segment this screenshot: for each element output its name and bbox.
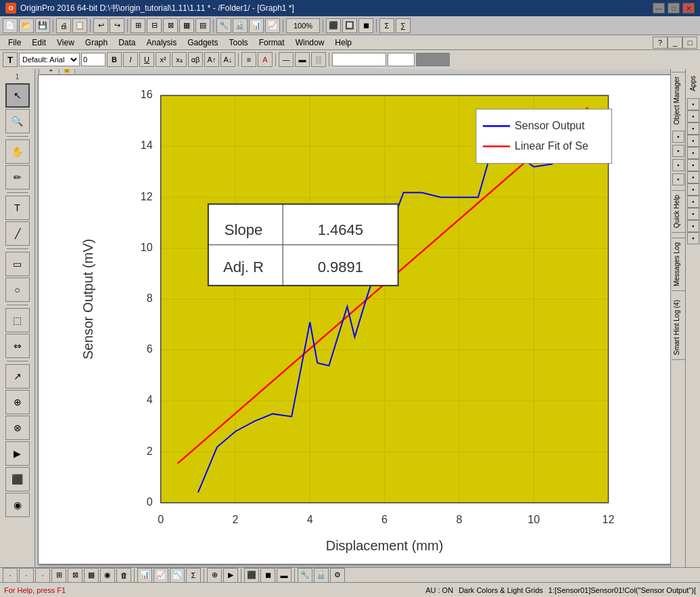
bt3[interactable]: · xyxy=(35,568,50,583)
om-btn1[interactable]: ▪ xyxy=(672,131,684,143)
bt6[interactable]: ▦ xyxy=(84,568,99,583)
menu-window[interactable]: Window xyxy=(290,37,330,49)
apps-btn7[interactable]: ▪ xyxy=(687,171,699,183)
bt9[interactable]: 📊 xyxy=(137,568,152,583)
chart-svg[interactable]: 0 2 4 6 8 10 12 14 16 0 2 4 6 8 10 xyxy=(39,75,697,564)
new-button[interactable]: 📄 xyxy=(3,18,18,33)
zoom-level[interactable]: 100% xyxy=(286,18,320,33)
bt2[interactable]: · xyxy=(19,568,34,583)
apps-btn9[interactable]: ▪ xyxy=(687,196,699,208)
align-left[interactable]: ≡ xyxy=(241,52,256,67)
apps-btn3[interactable]: ▪ xyxy=(687,123,699,135)
undo-button[interactable]: ↩ xyxy=(93,18,108,33)
circle-tool[interactable]: ○ xyxy=(5,278,30,302)
bt1[interactable]: · xyxy=(3,568,18,583)
superscript-btn[interactable]: x² xyxy=(156,52,170,67)
bt4[interactable]: ⊞ xyxy=(51,568,66,583)
menu-help-icon[interactable]: ? xyxy=(653,37,668,49)
bold-button[interactable]: B xyxy=(107,52,122,67)
object-manager-label[interactable]: Object Manager xyxy=(672,72,685,129)
bt14[interactable]: ▶ xyxy=(223,568,238,583)
bt18[interactable]: 🔧 xyxy=(298,568,312,583)
menu-help[interactable]: Help xyxy=(329,37,357,49)
menu-analysis[interactable]: Analysis xyxy=(141,37,183,49)
om-btn2[interactable]: ▪ xyxy=(672,145,684,157)
tb-icon-6[interactable]: 🔧 xyxy=(216,18,231,33)
text-tool[interactable]: T xyxy=(5,196,30,220)
underline-button[interactable]: U xyxy=(139,52,154,67)
font-select[interactable]: Default: Arial xyxy=(19,53,80,66)
tb-icon-14[interactable]: ∑ xyxy=(396,18,411,33)
redo-button[interactable]: ↪ xyxy=(110,18,124,33)
pan-tool[interactable]: ✋ xyxy=(5,139,30,164)
font-size-input[interactable] xyxy=(81,53,106,66)
bt10[interactable]: 📈 xyxy=(154,568,168,583)
apps-btn6[interactable]: ▪ xyxy=(687,159,699,171)
button3[interactable]: ▶ xyxy=(5,441,30,466)
draw-tool[interactable]: ✏ xyxy=(5,165,30,190)
tb-icon-11[interactable]: 🔲 xyxy=(342,18,357,33)
bt15[interactable]: ⬛ xyxy=(244,568,259,583)
menu-view[interactable]: View xyxy=(51,37,80,49)
greek-btn[interactable]: αβ xyxy=(188,52,203,67)
bt13[interactable]: ⊕ xyxy=(207,568,222,583)
open-button[interactable]: 📂 xyxy=(19,18,34,33)
copy-button[interactable]: 📋 xyxy=(72,18,87,33)
arrow-tool[interactable]: ↗ xyxy=(5,364,30,389)
menu-min-btn[interactable]: _ xyxy=(668,37,682,49)
menu-file[interactable]: File xyxy=(3,37,26,49)
apps-label[interactable]: Apps xyxy=(688,72,698,95)
om-btn3[interactable]: ▪ xyxy=(672,159,684,171)
menu-tools[interactable]: Tools xyxy=(224,37,254,49)
close-button[interactable]: ✕ xyxy=(682,3,695,14)
tb-icon-9[interactable]: 📈 xyxy=(265,18,280,33)
region-tool[interactable]: ⬚ xyxy=(5,308,30,332)
line-width-input[interactable]: 0 xyxy=(388,53,415,66)
tb-icon-5[interactable]: ▤ xyxy=(195,18,210,33)
print-button[interactable]: 🖨 xyxy=(56,18,71,33)
menu-gadgets[interactable]: Gadgets xyxy=(182,37,223,49)
tb-icon-3[interactable]: ⊠ xyxy=(163,18,178,33)
apps-btn1[interactable]: ▪ xyxy=(687,98,699,110)
menu-edit[interactable]: Edit xyxy=(26,37,51,49)
pattern-btn[interactable]: ░ xyxy=(311,52,326,67)
tb-icon-2[interactable]: ⊟ xyxy=(147,18,162,33)
font-size-dn[interactable]: A↓ xyxy=(220,52,235,67)
tb-icon-13[interactable]: Σ xyxy=(379,18,394,33)
button2[interactable]: ⊗ xyxy=(5,416,30,440)
tb-icon-12[interactable]: ◼ xyxy=(358,18,373,33)
fill-color-btn[interactable]: ▬ xyxy=(295,52,310,67)
rect-tool[interactable]: ▭ xyxy=(5,252,30,276)
apps-btn11[interactable]: ▪ xyxy=(687,220,699,232)
tb-icon-8[interactable]: 📊 xyxy=(249,18,264,33)
button4[interactable]: ⬛ xyxy=(5,467,30,491)
maximize-button[interactable]: □ xyxy=(668,3,680,14)
bt17[interactable]: ▬ xyxy=(277,568,291,583)
color-btn[interactable]: A xyxy=(258,52,273,67)
line-style-input[interactable] xyxy=(332,53,386,66)
italic-button[interactable]: I xyxy=(123,52,138,67)
menu-graph[interactable]: Graph xyxy=(80,37,113,49)
menu-max-btn[interactable]: □ xyxy=(682,37,697,49)
tb-icon-7[interactable]: 🔬 xyxy=(233,18,248,33)
bt7[interactable]: ◉ xyxy=(100,568,115,583)
bt5[interactable]: ⊠ xyxy=(68,568,83,583)
tb-icon-10[interactable]: ⬛ xyxy=(326,18,341,33)
smart-hint-label[interactable]: Smart Hint Log (4) xyxy=(672,296,685,360)
tb-icon-1[interactable]: ⊞ xyxy=(131,18,145,33)
quick-help-label[interactable]: Quick Help xyxy=(672,190,685,233)
bt11[interactable]: 📉 xyxy=(170,568,185,583)
button5[interactable]: ◉ xyxy=(5,493,30,517)
apps-btn10[interactable]: ▪ xyxy=(687,208,699,220)
scale-tool[interactable]: ⇔ xyxy=(5,334,30,358)
menu-format[interactable]: Format xyxy=(254,37,290,49)
pointer-tool[interactable]: ↖ xyxy=(5,83,30,108)
bt8[interactable]: 🗑 xyxy=(116,568,131,583)
bt20[interactable]: ⚙ xyxy=(330,568,345,583)
apps-btn5[interactable]: ▪ xyxy=(687,147,699,159)
bt19[interactable]: 🔬 xyxy=(314,568,329,583)
zoom-tool[interactable]: 🔍 xyxy=(5,109,30,133)
menu-data[interactable]: Data xyxy=(113,37,141,49)
line-color-btn[interactable]: — xyxy=(279,52,294,67)
bt12[interactable]: Σ xyxy=(186,568,201,583)
